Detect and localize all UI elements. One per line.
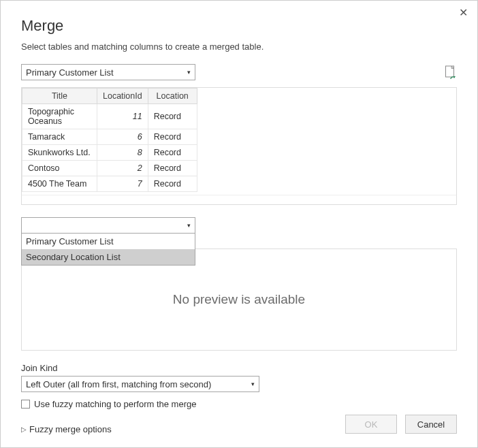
- cell-loc: Record: [148, 176, 197, 192]
- col-header-title[interactable]: Title: [22, 89, 97, 104]
- cell-locid: 6: [97, 129, 148, 145]
- table-header-row: Title LocationId Location: [22, 89, 197, 104]
- dropdown-option-secondary[interactable]: Secondary Location List: [22, 249, 195, 265]
- table-row[interactable]: Tamarack 6 Record: [22, 129, 197, 145]
- cell-title: Skunkworks Ltd.: [22, 145, 97, 161]
- cancel-button-label: Cancel: [417, 419, 445, 430]
- cell-title: 4500 The Team: [22, 176, 97, 192]
- col-header-locationid[interactable]: LocationId: [97, 89, 148, 104]
- cell-title: Topographic Oceanus: [22, 104, 97, 129]
- dialog-footer: OK Cancel: [345, 415, 457, 434]
- table-row[interactable]: Topographic Oceanus 11 Record: [22, 104, 197, 129]
- merge-dialog: ✕ Merge Select tables and matching colum…: [0, 0, 478, 448]
- cell-loc: Record: [148, 104, 197, 129]
- first-table-select-value: Primary Customer List: [26, 67, 114, 78]
- fuzzy-matching-row: Use fuzzy matching to perform the merge: [21, 399, 457, 409]
- chevron-down-icon: ▾: [187, 69, 191, 76]
- cell-locid: 8: [97, 145, 148, 161]
- dialog-subtitle: Select tables and matching columns to cr…: [21, 42, 457, 52]
- fuzzy-matching-checkbox[interactable]: [21, 400, 30, 409]
- table-row[interactable]: Contoso 2 Record: [22, 161, 197, 176]
- col-header-location[interactable]: Location: [148, 89, 197, 104]
- first-table-preview: Title LocationId Location Topographic Oc…: [21, 87, 457, 205]
- chevron-down-icon: ▾: [251, 381, 255, 387]
- fuzzy-options-label: Fuzzy merge options: [29, 424, 112, 434]
- triangle-right-icon: ▷: [21, 426, 27, 433]
- cell-title: Contoso: [22, 161, 97, 176]
- cell-loc: Record: [148, 161, 197, 176]
- table-row[interactable]: Skunkworks Ltd. 8 Record: [22, 145, 197, 161]
- cell-locid: 2: [97, 161, 148, 176]
- join-kind-value: Left Outer (all from first, matching fro…: [26, 379, 211, 389]
- ok-button-label: OK: [365, 419, 378, 430]
- preview-table: Title LocationId Location Topographic Oc…: [22, 88, 197, 192]
- cell-locid: 7: [97, 176, 148, 192]
- fuzzy-matching-label: Use fuzzy matching to perform the merge: [34, 399, 196, 409]
- dropdown-option-primary[interactable]: Primary Customer List: [22, 234, 195, 249]
- cell-locid: 11: [97, 104, 148, 129]
- cancel-button[interactable]: Cancel: [405, 415, 457, 434]
- sample-data-icon[interactable]: [445, 65, 457, 79]
- join-kind-label: Join Kind: [21, 363, 457, 373]
- cell-loc: Record: [148, 145, 197, 161]
- ok-button[interactable]: OK: [345, 415, 397, 434]
- cell-loc: Record: [148, 129, 197, 145]
- second-table-dropdown: Primary Customer List Secondary Location…: [21, 234, 195, 266]
- second-table-select[interactable]: ▾: [21, 217, 195, 234]
- close-icon[interactable]: ✕: [459, 7, 468, 18]
- chevron-down-icon: ▾: [187, 222, 191, 229]
- no-preview-text: No preview is available: [173, 292, 305, 307]
- dialog-title: Merge: [21, 17, 457, 35]
- cell-title: Tamarack: [22, 129, 97, 145]
- first-table-select[interactable]: Primary Customer List ▾: [21, 64, 195, 80]
- table-row[interactable]: 4500 The Team 7 Record: [22, 176, 197, 192]
- join-kind-select[interactable]: Left Outer (all from first, matching fro…: [21, 376, 259, 392]
